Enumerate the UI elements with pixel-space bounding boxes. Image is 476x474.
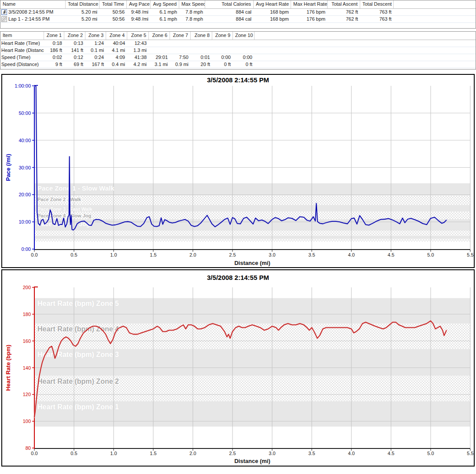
zone-item: Speed (Time) <box>0 54 44 61</box>
column-header[interactable]: Zone 7 <box>170 32 191 40</box>
value-cell: 69 ft <box>64 61 85 68</box>
column-header[interactable]: Total Calories <box>205 0 254 8</box>
pace-chart: Pace Zone 1 - Slow WalkPace Zone 2 - Wal… <box>1 74 475 268</box>
value-cell: 5.20 mi <box>66 16 100 22</box>
value-cell: 50:56 <box>100 16 127 22</box>
lap-icon <box>1 16 7 22</box>
zone-metric-row: Speed (Time)0:020:120:244:0941:3829:017:… <box>0 54 476 61</box>
column-header[interactable]: Zone 5 <box>127 32 149 40</box>
zone-band-label: Heart Rate (bpm) Zone 3 <box>37 351 119 358</box>
zone-band-label: Heart Rate (bpm) Zone 1 <box>37 403 119 411</box>
value-cell: 0:18 <box>44 40 64 47</box>
value-cell <box>170 40 191 47</box>
value-cell: 50:56 <box>100 9 127 15</box>
value-cell: 762 ft <box>328 9 360 15</box>
activity-name-label: 3/5/2008 2:14:55 PM <box>8 9 53 15</box>
column-header[interactable]: Zone 9 <box>212 32 233 40</box>
value-cell: 0 ft <box>212 61 233 68</box>
activity-row[interactable]: Lap 1 - 2:14:55 PM5.20 mi50:569:48 /mi6.… <box>0 16 476 23</box>
heart-rate-chart: Heart Rate (bpm) Zone 5Heart Rate (bpm) … <box>1 269 475 467</box>
svg-text:5.0: 5.0 <box>427 252 434 257</box>
y-axis-title: Pace (/mi) <box>5 154 11 181</box>
value-cell: 3.1 mi <box>149 61 170 68</box>
svg-text:3.5: 3.5 <box>308 252 315 257</box>
value-cell <box>191 47 212 54</box>
svg-text:5.5: 5.5 <box>467 451 473 456</box>
heart-rate-chart-svg: Heart Rate (bpm) Zone 5Heart Rate (bpm) … <box>2 270 474 466</box>
column-header[interactable]: Total Time <box>100 0 127 8</box>
svg-text:1.5: 1.5 <box>150 451 156 456</box>
column-header[interactable]: Avg Speed <box>151 0 179 8</box>
value-cell: 7.8 mph <box>179 16 205 22</box>
zone-item-label: Heart Rate (Time) <box>1 40 40 47</box>
svg-text:4.0: 4.0 <box>348 252 354 257</box>
column-header[interactable]: Zone 1 <box>44 32 64 40</box>
zone-item: Heart Rate (Time) <box>0 40 44 47</box>
column-header[interactable]: Total Distance <box>66 0 100 8</box>
value-cell: 6.1 mph <box>151 16 179 22</box>
activity-report-page: NameTotal DistanceTotal TimeAvg PaceAvg … <box>0 0 476 467</box>
svg-text:200: 200 <box>23 285 31 290</box>
column-header[interactable]: Zone 2 <box>64 32 85 40</box>
svg-text:4.0: 4.0 <box>348 451 354 456</box>
value-cell: 40:04 <box>106 40 127 47</box>
value-cell <box>149 40 170 47</box>
value-cell: 0:01 <box>191 54 212 61</box>
value-cell: 9:48 /mi <box>127 16 151 22</box>
spacer <box>0 70 476 74</box>
value-cell: 4.2 mi <box>127 61 149 68</box>
svg-text:40:00: 40:00 <box>18 138 31 143</box>
column-header[interactable]: Avg Pace <box>127 0 151 8</box>
value-cell: 0:24 <box>85 54 106 61</box>
svg-text:50:00: 50:00 <box>18 110 31 116</box>
zones-table: ItemZone 1Zone 2Zone 3Zone 4Zone 5Zone 6… <box>0 31 476 70</box>
column-header[interactable]: Avg Heart Rate <box>254 0 291 8</box>
column-header[interactable]: Max Speed <box>179 0 205 8</box>
value-cell: 5.20 mi <box>66 9 100 15</box>
column-header[interactable]: Max Heart Rate <box>291 0 328 8</box>
activity-name: 3/5/2008 2:14:55 PM <box>0 9 66 15</box>
column-header[interactable]: Zone 3 <box>85 32 106 40</box>
value-cell: 20 ft <box>191 61 212 68</box>
column-header[interactable]: Zone 8 <box>191 32 212 40</box>
column-header[interactable]: Name <box>0 0 66 8</box>
value-cell: 4.1 mi <box>106 47 127 54</box>
activity-name: Lap 1 - 2:14:55 PM <box>0 16 66 22</box>
chart-title: 3/5/2008 2:14:55 PM <box>207 76 269 84</box>
column-header[interactable]: Total Ascent <box>328 0 360 8</box>
value-cell: 0:13 <box>64 40 85 47</box>
value-cell <box>170 47 191 54</box>
zone-band-label: Heart Rate (bpm) Zone 4 <box>37 325 119 333</box>
column-header[interactable]: Zone 10 <box>233 32 255 40</box>
column-header[interactable]: Zone 4 <box>106 32 127 40</box>
summary-table: NameTotal DistanceTotal TimeAvg PaceAvg … <box>0 0 476 29</box>
svg-text:30:00: 30:00 <box>18 165 31 170</box>
svg-text:4.5: 4.5 <box>387 252 394 257</box>
column-header[interactable]: Zone 6 <box>149 32 170 40</box>
value-cell: 186 ft <box>44 47 64 54</box>
zone-metric-row: Heart Rate (Time)0:180:131:2440:0412:43 <box>0 40 476 47</box>
value-cell: 1:24 <box>85 40 106 47</box>
value-cell: 9 ft <box>44 61 64 68</box>
zone-item-label: Heart Rate (Distance) <box>1 47 44 54</box>
zone-band-label: Heart Rate (bpm) Zone 2 <box>37 378 119 385</box>
zones-table-header: ItemZone 1Zone 2Zone 3Zone 4Zone 5Zone 6… <box>0 32 476 40</box>
zone-item-label: Speed (Time) <box>1 54 30 61</box>
activity-row[interactable]: 3/5/2008 2:14:55 PM5.20 mi50:569:48 /mi6… <box>0 9 476 16</box>
value-cell: 0:02 <box>44 54 64 61</box>
value-cell <box>212 40 233 47</box>
zone-metric-row: Heart Rate (Distance)186 ft141 ft0.1 mi4… <box>0 47 476 54</box>
column-header[interactable]: Item <box>0 32 44 40</box>
y-axis-title: Heart Rate (bpm) <box>5 345 11 391</box>
value-cell: 7.8 mph <box>179 9 205 15</box>
value-cell: 168 bpm <box>254 9 291 15</box>
svg-text:1:00:00: 1:00:00 <box>15 83 31 88</box>
svg-text:180: 180 <box>23 312 31 317</box>
svg-text:5.0: 5.0 <box>427 451 434 456</box>
value-cell: 168 bpm <box>254 16 291 22</box>
column-header[interactable]: Total Descent <box>360 0 394 8</box>
table-empty-space <box>0 23 476 28</box>
value-cell: 884 cal <box>205 16 254 22</box>
zone-band-label: Pace Zone 2 - Walk <box>37 197 81 202</box>
value-cell <box>233 47 255 54</box>
